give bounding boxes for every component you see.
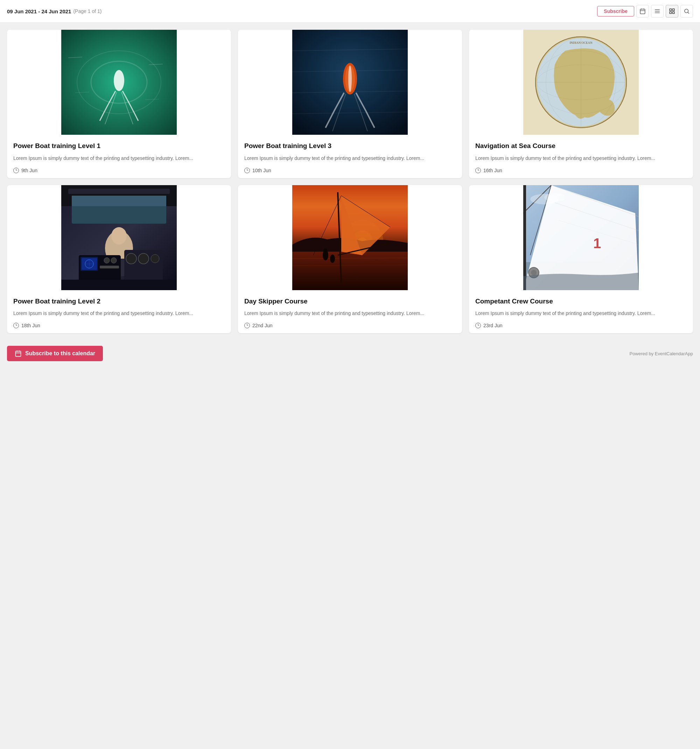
svg-rect-89 xyxy=(16,352,21,357)
grid-view-button[interactable] xyxy=(666,5,678,17)
svg-point-16 xyxy=(114,70,124,91)
svg-point-55 xyxy=(111,258,116,263)
card-image xyxy=(238,185,462,290)
date-text: 23rd Jun xyxy=(483,323,502,328)
search-button[interactable] xyxy=(680,5,693,17)
card-image xyxy=(7,30,231,135)
event-card[interactable]: Power Boat training Level 1 Lorem Ipsum … xyxy=(7,30,231,178)
svg-point-59 xyxy=(138,254,149,264)
date-text: 22nd Jun xyxy=(252,323,273,328)
card-title: Power Boat training Level 1 xyxy=(13,142,225,150)
svg-point-28 xyxy=(348,66,352,92)
card-image xyxy=(238,30,462,135)
svg-rect-8 xyxy=(673,9,674,11)
card-date: 23rd Jun xyxy=(475,323,687,328)
card-body: Power Boat training Level 1 Lorem Ipsum … xyxy=(7,135,231,178)
card-title: Day Skipper Course xyxy=(244,297,456,306)
card-description: Lorem Ipsum is simply dummy text of the … xyxy=(475,155,687,162)
card-date: 22nd Jun xyxy=(244,323,456,328)
card-description: Lorem Ipsum is simply dummy text of the … xyxy=(475,310,687,317)
calendar-icon xyxy=(639,8,646,14)
card-body: Power Boat training Level 3 Lorem Ipsum … xyxy=(238,135,462,178)
svg-point-75 xyxy=(330,254,335,263)
svg-point-58 xyxy=(126,254,136,264)
clock-icon xyxy=(475,323,481,328)
svg-rect-44 xyxy=(72,196,166,206)
clock-icon xyxy=(13,168,19,173)
card-image xyxy=(7,185,231,290)
svg-text:INDIAN OCEAN: INDIAN OCEAN xyxy=(569,41,593,44)
card-title: Navigation at Sea Course xyxy=(475,142,687,150)
calendar-icon-footer xyxy=(15,350,22,357)
svg-point-60 xyxy=(151,254,159,263)
grid-icon xyxy=(669,8,675,14)
svg-rect-7 xyxy=(669,9,671,11)
card-description: Lorem Ipsum is simply dummy text of the … xyxy=(13,310,225,317)
card-date: 10th Jun xyxy=(244,168,456,173)
card-body: Competant Crew Course Lorem Ipsum is sim… xyxy=(469,290,693,333)
card-description: Lorem Ipsum is simply dummy text of the … xyxy=(244,310,456,317)
list-view-button[interactable] xyxy=(651,5,663,17)
card-title: Power Boat training Level 2 xyxy=(13,297,225,306)
date-text: 18th Jun xyxy=(21,323,40,328)
card-date: 18th Jun xyxy=(13,323,225,328)
svg-rect-9 xyxy=(669,12,671,14)
event-card[interactable]: Day Skipper Course Lorem Ipsum is simply… xyxy=(238,185,462,333)
subscribe-button[interactable]: Subscribe xyxy=(597,6,634,17)
list-icon xyxy=(654,8,660,14)
svg-text:1: 1 xyxy=(593,235,601,251)
card-title: Power Boat training Level 3 xyxy=(244,142,456,150)
svg-rect-10 xyxy=(673,12,674,14)
card-date: 9th Jun xyxy=(13,168,225,173)
svg-point-54 xyxy=(104,258,110,263)
event-card[interactable]: INDIAN OCEAN Navigation at Sea Course Lo… xyxy=(469,30,693,178)
svg-line-12 xyxy=(688,12,689,13)
clock-icon xyxy=(244,323,250,328)
search-icon xyxy=(683,8,690,14)
svg-rect-66 xyxy=(292,252,408,290)
events-grid: Power Boat training Level 1 Lorem Ipsum … xyxy=(0,23,700,340)
header-right: Subscribe xyxy=(597,5,693,17)
svg-rect-0 xyxy=(640,9,645,14)
card-body: Navigation at Sea Course Lorem Ipsum is … xyxy=(469,135,693,178)
page-indicator: (Page 1 of 1) xyxy=(73,8,101,14)
card-description: Lorem Ipsum is simply dummy text of the … xyxy=(13,155,225,162)
date-text: 9th Jun xyxy=(21,168,37,173)
date-range: 09 Jun 2021 - 24 Jun 2021 xyxy=(7,8,71,14)
svg-rect-61 xyxy=(61,280,177,290)
svg-rect-84 xyxy=(523,185,526,290)
page-header: 09 Jun 2021 - 24 Jun 2021 (Page 1 of 1) … xyxy=(0,0,700,23)
card-body: Day Skipper Course Lorem Ipsum is simply… xyxy=(238,290,462,333)
event-card[interactable]: Power Boat training Level 2 Lorem Ipsum … xyxy=(7,185,231,333)
svg-point-86 xyxy=(531,270,536,275)
subscribe-calendar-button[interactable]: Subscribe to this calendar xyxy=(7,346,103,361)
svg-point-46 xyxy=(111,227,127,245)
clock-icon xyxy=(244,168,250,173)
event-card[interactable]: 1 Competant Crew Course Lorem Ipsum is s… xyxy=(469,185,693,333)
powered-by: Powered by EventCalendarApp xyxy=(630,351,693,356)
date-text: 10th Jun xyxy=(252,168,271,173)
svg-rect-42 xyxy=(68,189,170,194)
date-text: 16th Jun xyxy=(483,168,502,173)
svg-point-11 xyxy=(685,9,688,13)
svg-point-74 xyxy=(323,249,328,254)
card-image: INDIAN OCEAN xyxy=(469,30,693,135)
card-title: Competant Crew Course xyxy=(475,297,687,306)
clock-icon xyxy=(13,323,19,328)
card-description: Lorem Ipsum is simply dummy text of the … xyxy=(244,155,456,162)
calendar-view-button[interactable] xyxy=(636,5,649,17)
svg-rect-56 xyxy=(100,266,119,269)
card-date: 16th Jun xyxy=(475,168,687,173)
page-footer: Subscribe to this calendar Powered by Ev… xyxy=(0,340,700,368)
header-left: 09 Jun 2021 - 24 Jun 2021 (Page 1 of 1) xyxy=(7,8,101,14)
event-card[interactable]: Power Boat training Level 3 Lorem Ipsum … xyxy=(238,30,462,178)
card-image: 1 xyxy=(469,185,693,290)
clock-icon xyxy=(475,168,481,173)
svg-point-88 xyxy=(544,193,565,202)
card-body: Power Boat training Level 2 Lorem Ipsum … xyxy=(7,290,231,333)
